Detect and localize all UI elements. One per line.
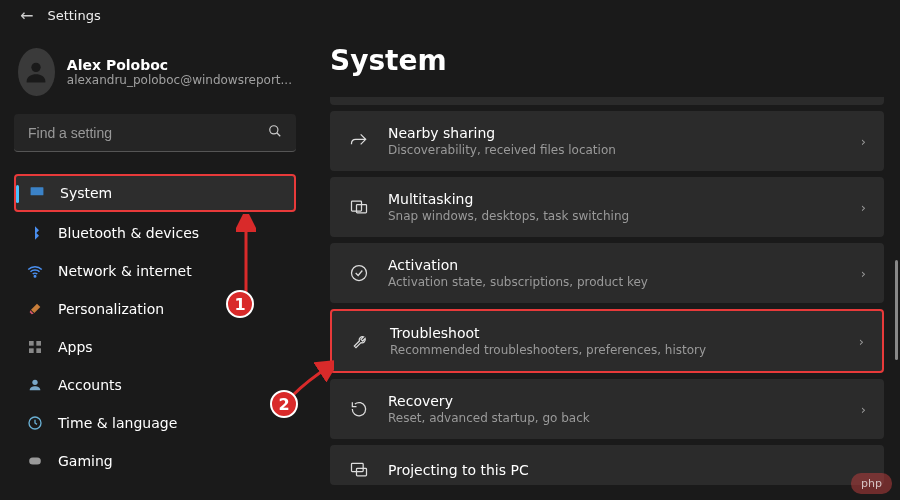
- windows-icon: [348, 196, 370, 218]
- svg-rect-7: [29, 348, 34, 353]
- chevron-right-icon: ›: [859, 334, 864, 349]
- search-box[interactable]: [14, 114, 296, 152]
- clock-icon: [26, 414, 44, 432]
- svg-point-0: [32, 63, 41, 72]
- watermark: php: [851, 473, 892, 494]
- sidebar-item-label: Accounts: [58, 377, 122, 393]
- svg-point-4: [34, 276, 36, 278]
- sidebar-item-label: Network & internet: [58, 263, 192, 279]
- sidebar-item-label: Bluetooth & devices: [58, 225, 199, 241]
- svg-rect-5: [29, 341, 34, 346]
- page-title: System: [330, 44, 884, 77]
- sidebar-item-label: System: [60, 185, 112, 201]
- search-input[interactable]: [28, 125, 268, 141]
- sidebar-item-personalization[interactable]: Personalization: [14, 292, 296, 326]
- card-desc: Snap windows, desktops, task switching: [388, 209, 843, 223]
- card-title: Multitasking: [388, 191, 843, 207]
- monitor-icon: [28, 184, 46, 202]
- scrollbar[interactable]: [895, 260, 898, 360]
- sidebar-item-network[interactable]: Network & internet: [14, 254, 296, 288]
- back-icon[interactable]: ←: [20, 6, 33, 25]
- sidebar-item-gaming[interactable]: Gaming: [14, 444, 296, 478]
- card-desc: Activation state, subscriptions, product…: [388, 275, 843, 289]
- chevron-right-icon: ›: [861, 134, 866, 149]
- svg-line-2: [277, 133, 281, 137]
- svg-rect-15: [352, 463, 364, 471]
- profile-email: alexandru_poloboc@windowsreport...: [67, 73, 292, 87]
- card-desc: Reset, advanced startup, go back: [388, 411, 843, 425]
- card-title: Projecting to this PC: [388, 462, 866, 478]
- svg-point-9: [32, 380, 37, 385]
- card-multitasking[interactable]: Multitasking Snap windows, desktops, tas…: [330, 177, 884, 237]
- recovery-icon: [348, 398, 370, 420]
- svg-rect-8: [36, 348, 41, 353]
- window-title: Settings: [47, 8, 100, 23]
- card-fragment: [330, 97, 884, 105]
- sidebar-item-bluetooth[interactable]: Bluetooth & devices: [14, 216, 296, 250]
- sidebar-item-label: Time & language: [58, 415, 177, 431]
- person-icon: [26, 376, 44, 394]
- card-title: Activation: [388, 257, 843, 273]
- sidebar: Alex Poloboc alexandru_poloboc@windowsre…: [0, 32, 310, 482]
- profile-name: Alex Poloboc: [67, 57, 292, 73]
- svg-rect-6: [36, 341, 41, 346]
- bluetooth-icon: [26, 224, 44, 242]
- search-icon: [268, 124, 282, 141]
- sidebar-item-time[interactable]: Time & language: [14, 406, 296, 440]
- sidebar-item-accounts[interactable]: Accounts: [14, 368, 296, 402]
- card-recovery[interactable]: Recovery Reset, advanced startup, go bac…: [330, 379, 884, 439]
- card-title: Recovery: [388, 393, 843, 409]
- project-icon: [348, 459, 370, 481]
- card-title: Nearby sharing: [388, 125, 843, 141]
- check-icon: [348, 262, 370, 284]
- avatar: [18, 48, 55, 96]
- card-desc: Recommended troubleshooters, preferences…: [390, 343, 841, 357]
- svg-point-1: [270, 126, 278, 134]
- card-desc: Discoverability, received files location: [388, 143, 843, 157]
- main-panel: System Nearby sharing Discoverability, r…: [330, 32, 884, 500]
- sidebar-item-label: Apps: [58, 339, 93, 355]
- brush-icon: [26, 300, 44, 318]
- sidebar-item-apps[interactable]: Apps: [14, 330, 296, 364]
- card-projecting[interactable]: Projecting to this PC: [330, 445, 884, 485]
- sidebar-item-label: Personalization: [58, 301, 164, 317]
- card-troubleshoot[interactable]: Troubleshoot Recommended troubleshooters…: [330, 309, 884, 373]
- chevron-right-icon: ›: [861, 266, 866, 281]
- gamepad-icon: [26, 452, 44, 470]
- svg-rect-11: [29, 458, 41, 465]
- sidebar-item-label: Gaming: [58, 453, 113, 469]
- grid-icon: [26, 338, 44, 356]
- wrench-icon: [350, 330, 372, 352]
- card-nearby-sharing[interactable]: Nearby sharing Discoverability, received…: [330, 111, 884, 171]
- profile-block[interactable]: Alex Poloboc alexandru_poloboc@windowsre…: [14, 42, 296, 114]
- card-activation[interactable]: Activation Activation state, subscriptio…: [330, 243, 884, 303]
- chevron-right-icon: ›: [861, 402, 866, 417]
- wifi-icon: [26, 262, 44, 280]
- share-icon: [348, 130, 370, 152]
- svg-rect-3: [31, 187, 44, 195]
- card-title: Troubleshoot: [390, 325, 841, 341]
- sidebar-item-system[interactable]: System: [14, 174, 296, 212]
- chevron-right-icon: ›: [861, 200, 866, 215]
- svg-point-14: [352, 266, 367, 281]
